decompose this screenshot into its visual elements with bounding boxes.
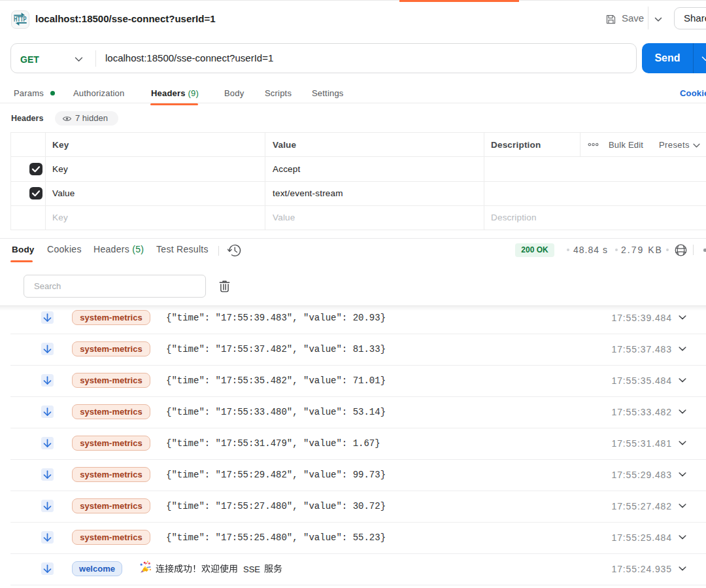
svg-text:HTTP: HTTP [14,16,27,23]
svg-text:SSE: SSE [243,564,260,574]
